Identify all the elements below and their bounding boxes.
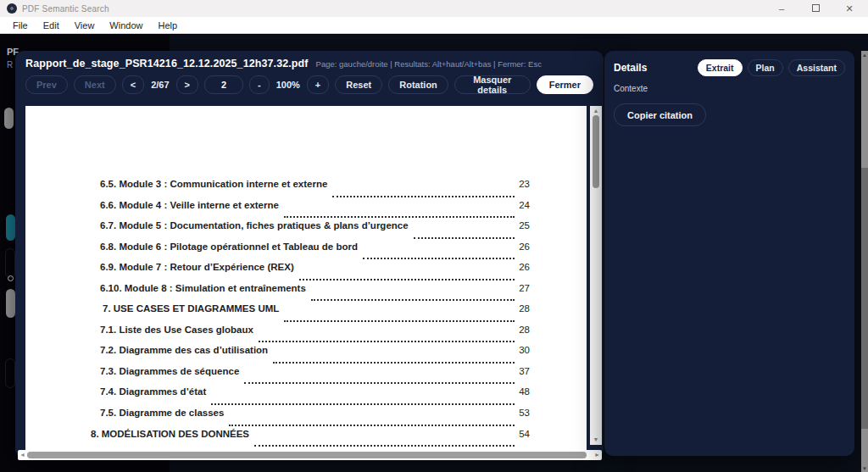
toc-entry[interactable]: 7. USE CASES ET DIAGRAMMES UML 28 xyxy=(25,303,587,325)
toc-entry-page: 23 xyxy=(519,179,530,189)
toc-entry[interactable]: 6.8. Module 6 : Pilotage opérationnel et… xyxy=(25,242,587,263)
toc-entry-title: 6.7. Module 5 : Documentation, fiches pr… xyxy=(100,220,409,230)
scroll-up-icon[interactable]: ▲ xyxy=(590,107,602,115)
toc-leader-dots xyxy=(254,445,515,447)
rotation-button[interactable]: Rotation xyxy=(388,75,448,94)
toc-entry[interactable]: 6.7. Module 5 : Documentation, fiches pr… xyxy=(25,220,587,242)
window-scrollbar-thumb[interactable] xyxy=(861,168,868,429)
window-scroll-down-icon[interactable]: ▼ xyxy=(861,466,868,471)
page-back-button[interactable]: < xyxy=(122,75,144,94)
toc-leader-dots xyxy=(229,425,515,426)
toc-entry-page: 24 xyxy=(519,200,530,210)
underlay-button xyxy=(6,289,15,318)
toc-entry-title: 7.2. Diagramme des cas d’utilisation xyxy=(100,345,268,355)
underlay-circle-icon xyxy=(8,275,14,281)
pdf-vertical-scrollbar-thumb[interactable] xyxy=(593,115,599,188)
toc-entry[interactable]: 6.6. Module 4 : Veille interne et extern… xyxy=(25,200,587,221)
toc-entry-title: 6.5. Module 3 : Communication interne et… xyxy=(100,179,327,189)
toc-entry-page: 25 xyxy=(519,220,530,230)
toc-leader-dots xyxy=(244,382,515,384)
toc-entry-page: 26 xyxy=(519,242,530,252)
next-button[interactable]: Next xyxy=(74,75,116,94)
toc-leader-dots xyxy=(332,196,515,197)
toc-entry[interactable]: 6.5. Module 3 : Communication interne et… xyxy=(25,179,587,200)
scroll-down-icon[interactable]: ▼ xyxy=(590,436,602,444)
scroll-right-icon[interactable]: ► xyxy=(594,450,600,460)
pdf-header: Rapport_de_stage_PSR14216_12.12.2025_12h… xyxy=(25,58,595,69)
scroll-left-icon[interactable]: ◄ xyxy=(19,450,25,460)
toc-entry-title: 7.5. Diagramme de classes xyxy=(100,408,224,418)
toc-leader-dots xyxy=(299,279,515,280)
pdf-filename: Rapport_de_stage_PSR14216_12.12.2025_12h… xyxy=(25,58,309,69)
menubar: File Edit View Window Help xyxy=(0,17,868,34)
zoom-out-button[interactable]: - xyxy=(249,75,270,94)
toc-entry[interactable]: 7.3. Diagrammes de séquence 37 xyxy=(25,366,587,387)
details-header: Details Extrait Plan Assistant xyxy=(614,59,845,76)
window-scrollbar[interactable]: ▲ ▼ xyxy=(861,51,868,472)
maximize-button[interactable] xyxy=(809,0,822,17)
toc-leader-dots xyxy=(311,299,515,301)
toc-entry-page: 30 xyxy=(519,345,530,355)
menu-view[interactable]: View xyxy=(69,19,101,32)
details-title: Details xyxy=(614,62,647,74)
menu-edit[interactable]: Edit xyxy=(37,19,65,32)
minimize-button[interactable]: – xyxy=(775,0,788,17)
underlay-button xyxy=(5,248,15,278)
toc-leader-dots xyxy=(284,320,515,322)
toc-entry-page: 54 xyxy=(519,429,530,439)
page-number-input[interactable] xyxy=(204,75,243,94)
pdf-horizontal-scrollbar[interactable]: ◄ ► xyxy=(18,450,602,460)
toc-entry-title: 8. MODÉLISATION DES DONNÉES xyxy=(91,429,249,439)
toc-leader-dots xyxy=(284,216,515,218)
toc-entry[interactable]: 7.2. Diagramme des cas d’utilisation 30 xyxy=(25,345,587,366)
pdf-page: 6.5. Module 3 : Communication interne et… xyxy=(25,106,587,452)
toc-leader-dots xyxy=(414,237,515,239)
window-scroll-up-icon[interactable]: ▲ xyxy=(861,53,868,58)
toc-entry[interactable]: 7.5. Diagramme de classes 53 xyxy=(25,408,587,429)
zoom-in-button[interactable]: + xyxy=(307,75,329,94)
maximize-icon xyxy=(812,4,820,12)
tab-extrait[interactable]: Extrait xyxy=(698,59,743,76)
close-viewer-button[interactable]: Fermer xyxy=(537,75,593,94)
page-indicator: 2/67 xyxy=(150,80,170,90)
menu-help[interactable]: Help xyxy=(152,19,183,32)
copy-citation-button[interactable]: Copier citation xyxy=(614,103,706,126)
toc-entry-title: 6.6. Module 4 : Veille interne et extern… xyxy=(100,200,279,210)
page-forward-button[interactable]: > xyxy=(176,75,198,94)
toc-entry-title: 6.9. Module 7 : Retour d’Expérience (REX… xyxy=(100,262,294,272)
toc-entry-page: 27 xyxy=(519,283,530,293)
tab-plan[interactable]: Plan xyxy=(748,59,783,76)
underlay-button xyxy=(4,108,14,129)
toc-leader-dots xyxy=(273,362,515,364)
toc-entry[interactable]: 7.4. Diagrammes d’état 48 xyxy=(25,386,587,408)
reset-button[interactable]: Reset xyxy=(335,75,382,94)
prev-button[interactable]: Prev xyxy=(25,75,68,94)
context-label: Contexte xyxy=(614,84,845,93)
table-of-contents: 6.5. Module 3 : Communication interne et… xyxy=(25,179,587,449)
toc-entry-page: 28 xyxy=(519,325,530,335)
titlebar: PDF Semantic Search – ✕ xyxy=(0,0,868,17)
menu-window[interactable]: Window xyxy=(103,19,148,32)
close-window-button[interactable]: ✕ xyxy=(843,0,856,17)
toc-leader-dots xyxy=(363,258,515,259)
tab-assistant[interactable]: Assistant xyxy=(788,59,845,76)
pdf-viewport: 6.5. Module 3 : Communication interne et… xyxy=(25,104,604,458)
toc-entry[interactable]: 8. MODÉLISATION DES DONNÉES 54 xyxy=(25,429,587,450)
pdf-vertical-scrollbar[interactable]: ▲ ▼ xyxy=(590,106,602,445)
menu-file[interactable]: File xyxy=(7,19,34,32)
toggle-details-button[interactable]: Masquer details xyxy=(454,75,531,94)
toc-entry-title: 6.8. Module 6 : Pilotage opérationnel et… xyxy=(100,242,358,252)
pdf-horizontal-scrollbar-thumb[interactable] xyxy=(27,452,587,458)
toc-entry[interactable]: 6.9. Module 7 : Retour d’Expérience (REX… xyxy=(25,262,587,283)
toc-entry[interactable]: 7.1. Liste des Use Cases globaux 28 xyxy=(25,325,587,346)
window-title: PDF Semantic Search xyxy=(22,4,109,14)
underlay-button xyxy=(5,358,15,388)
app-icon xyxy=(7,3,17,14)
toc-entry-page: 37 xyxy=(519,366,530,376)
toc-entry[interactable]: 6.10. Module 8 : Simulation et entraînem… xyxy=(25,283,587,304)
toc-entry-page: 26 xyxy=(519,262,530,272)
toc-leader-dots xyxy=(259,341,515,342)
underlay-clipped-subheading: R xyxy=(7,60,13,69)
toc-entry-title: 7. USE CASES ET DIAGRAMMES UML xyxy=(103,303,279,314)
details-tabs: Extrait Plan Assistant xyxy=(698,59,845,76)
